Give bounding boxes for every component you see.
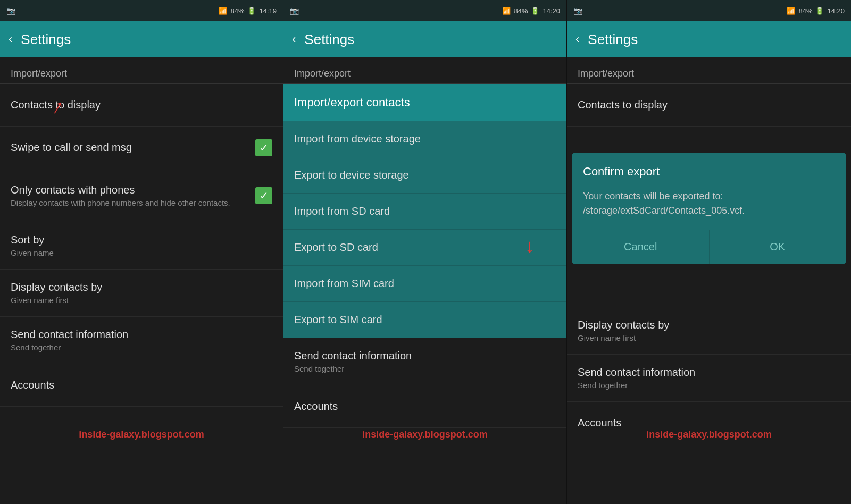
menu-item-text-4: Sort by Given name bbox=[11, 234, 272, 257]
status-left-1: 📷 bbox=[6, 6, 15, 15]
menu-item-text-p3-4: Accounts bbox=[578, 417, 840, 429]
status-bar-2: 📷 📶 84% 🔋 14:20 bbox=[283, 0, 566, 21]
menu-item-p3-contacts[interactable]: Contacts to display bbox=[567, 84, 851, 127]
back-button-2[interactable]: ‹ bbox=[292, 32, 296, 46]
menu-item-title-3: Only contacts with phones bbox=[11, 184, 255, 196]
signal-icon-3: 📶 bbox=[787, 7, 795, 15]
time-2: 14:20 bbox=[543, 7, 560, 15]
menu-item-subtitle-5: Given name first bbox=[11, 296, 272, 305]
menu-item-only-contacts[interactable]: Only contacts with phones Display contac… bbox=[0, 169, 283, 222]
menu-item-text-p2-2: Accounts bbox=[294, 400, 556, 413]
menu-item-text-5: Display contacts by Given name first bbox=[11, 281, 272, 305]
menu-item-text-p3-3: Send contact information Send together bbox=[578, 366, 840, 390]
status-right-2: 📶 84% 🔋 14:20 bbox=[502, 7, 560, 15]
menu-item-send-contact-p2[interactable]: Send contact information Send together bbox=[283, 338, 566, 385]
signal-icon: 📶 bbox=[219, 7, 227, 15]
camera-icon: 📷 bbox=[6, 6, 15, 15]
ok-button[interactable]: OK bbox=[709, 230, 846, 264]
status-left-2: 📷 bbox=[290, 6, 299, 15]
battery-text-1: 84% bbox=[230, 7, 244, 15]
ie-item-import-device[interactable]: Import from device storage bbox=[283, 121, 566, 157]
cancel-button[interactable]: Cancel bbox=[572, 230, 709, 264]
menu-item-send-contact[interactable]: Send contact information Send together bbox=[0, 317, 283, 364]
menu-item-text-p3-1: Contacts to display bbox=[578, 99, 840, 111]
ie-item-export-sim[interactable]: Export to SIM card bbox=[283, 302, 566, 338]
section-label-3: Import/export bbox=[567, 57, 851, 83]
toolbar-3: ‹ Settings bbox=[567, 21, 851, 57]
menu-item-title-p3-4: Accounts bbox=[578, 417, 840, 429]
battery-text-2: 84% bbox=[514, 7, 528, 15]
menu-item-title-5: Display contacts by bbox=[11, 281, 272, 293]
ie-item-label-import-sim: Import from SIM card bbox=[294, 278, 394, 289]
menu-item-title-1: Contacts to display bbox=[11, 99, 272, 111]
menu-item-text-3: Only contacts with phones Display contac… bbox=[11, 184, 255, 207]
back-button-1[interactable]: ‹ bbox=[9, 32, 12, 46]
menu-item-swipe-to-call[interactable]: Swipe to call or send msg ✓ bbox=[0, 127, 283, 169]
menu-item-text-2: Swipe to call or send msg bbox=[11, 141, 255, 154]
menu-item-subtitle-3: Display contacts with phone numbers and … bbox=[11, 198, 255, 207]
menu-item-title-p3-1: Contacts to display bbox=[578, 99, 840, 111]
ie-item-label-export-device: Export to device storage bbox=[294, 169, 409, 181]
panel-3: 📷 📶 84% 🔋 14:20 ‹ Settings Import/export… bbox=[567, 0, 851, 504]
confirm-dialog-title: Confirm export bbox=[572, 153, 846, 184]
menu-item-contacts-to-display[interactable]: Contacts to display bbox=[0, 84, 283, 127]
status-right-3: 📶 84% 🔋 14:20 bbox=[787, 7, 845, 15]
ie-item-import-sim[interactable]: Import from SIM card bbox=[283, 266, 566, 302]
menu-item-text-1: Contacts to display bbox=[11, 99, 272, 111]
menu-item-p3-display[interactable]: Display contacts by Given name first bbox=[567, 307, 851, 355]
toolbar-1: ‹ Settings bbox=[0, 21, 283, 57]
ie-item-label-import-device: Import from device storage bbox=[294, 133, 421, 145]
menu-item-title-p3-3: Send contact information bbox=[578, 366, 840, 379]
toolbar-title-1: Settings bbox=[21, 31, 71, 48]
menu-item-title-p3-2: Display contacts by bbox=[578, 319, 840, 331]
panel-1: 📷 📶 84% 🔋 14:19 ‹ Settings Import/export… bbox=[0, 0, 283, 504]
menu-item-p3-send[interactable]: Send contact information Send together bbox=[567, 355, 851, 402]
section-label-2: Import/export bbox=[283, 57, 566, 83]
toolbar-title-2: Settings bbox=[304, 31, 354, 48]
menu-item-accounts[interactable]: Accounts bbox=[0, 364, 283, 407]
camera-icon-3: 📷 bbox=[573, 6, 582, 15]
back-button-3[interactable]: ‹ bbox=[575, 32, 579, 46]
panel-2-content: Import/export Import/export contacts Imp… bbox=[283, 57, 566, 504]
ie-dialog-header: Import/export contacts bbox=[283, 84, 566, 121]
battery-icon-3: 🔋 bbox=[815, 7, 824, 15]
confirm-dialog-actions: Cancel OK bbox=[572, 230, 846, 264]
checkbox-swipe[interactable]: ✓ bbox=[255, 139, 272, 156]
ie-dialog-title: Import/export contacts bbox=[294, 96, 410, 109]
status-bar-1: 📷 📶 84% 🔋 14:19 bbox=[0, 0, 283, 21]
menu-item-subtitle-6: Send together bbox=[11, 343, 272, 352]
status-bar-3: 📷 📶 84% 🔋 14:20 bbox=[567, 0, 851, 21]
menu-item-subtitle-p3-3: Send together bbox=[578, 381, 840, 390]
menu-item-title-4: Sort by bbox=[11, 234, 272, 246]
battery-icon-2: 🔋 bbox=[531, 7, 539, 15]
menu-item-subtitle-4: Given name bbox=[11, 248, 272, 257]
menu-item-text-7: Accounts bbox=[11, 379, 272, 391]
ie-item-export-device[interactable]: Export to device storage bbox=[283, 157, 566, 194]
menu-item-display-contacts[interactable]: Display contacts by Given name first bbox=[0, 270, 283, 317]
menu-item-accounts-p2[interactable]: Accounts bbox=[283, 385, 566, 428]
panel-1-content: Import/export Contacts to display ↑ Swip… bbox=[0, 57, 283, 504]
menu-item-title-2: Swipe to call or send msg bbox=[11, 141, 255, 154]
toolbar-2: ‹ Settings bbox=[283, 21, 566, 57]
time-1: 14:19 bbox=[259, 7, 277, 15]
status-right-1: 📶 84% 🔋 14:19 bbox=[219, 7, 277, 15]
checkbox-only-contacts[interactable]: ✓ bbox=[255, 187, 272, 204]
time-3: 14:20 bbox=[827, 7, 845, 15]
battery-icon: 🔋 bbox=[247, 7, 256, 15]
import-export-dialog: Import/export contacts Import from devic… bbox=[283, 84, 566, 338]
menu-item-title-p2-2: Accounts bbox=[294, 400, 556, 413]
toolbar-title-3: Settings bbox=[588, 31, 638, 48]
menu-item-subtitle-p2-1: Send together bbox=[294, 364, 556, 373]
section-label-1: Import/export bbox=[0, 57, 283, 83]
ie-item-export-sd[interactable]: Export to SD card ↓ bbox=[283, 230, 566, 266]
status-left-3: 📷 bbox=[573, 6, 582, 15]
menu-item-title-p2-1: Send contact information bbox=[294, 350, 556, 362]
ie-item-import-sd[interactable]: Import from SD card bbox=[283, 194, 566, 230]
menu-item-p3-accounts[interactable]: Accounts bbox=[567, 402, 851, 444]
ie-item-label-import-sd: Import from SD card bbox=[294, 205, 390, 217]
menu-item-text-p3-2: Display contacts by Given name first bbox=[578, 319, 840, 342]
ie-item-label-export-sim: Export to SIM card bbox=[294, 314, 382, 325]
menu-item-text-6: Send contact information Send together bbox=[11, 329, 272, 352]
confirm-dialog-body: Your contacts will be exported to: /stor… bbox=[572, 184, 846, 230]
menu-item-sort-by[interactable]: Sort by Given name bbox=[0, 222, 283, 270]
